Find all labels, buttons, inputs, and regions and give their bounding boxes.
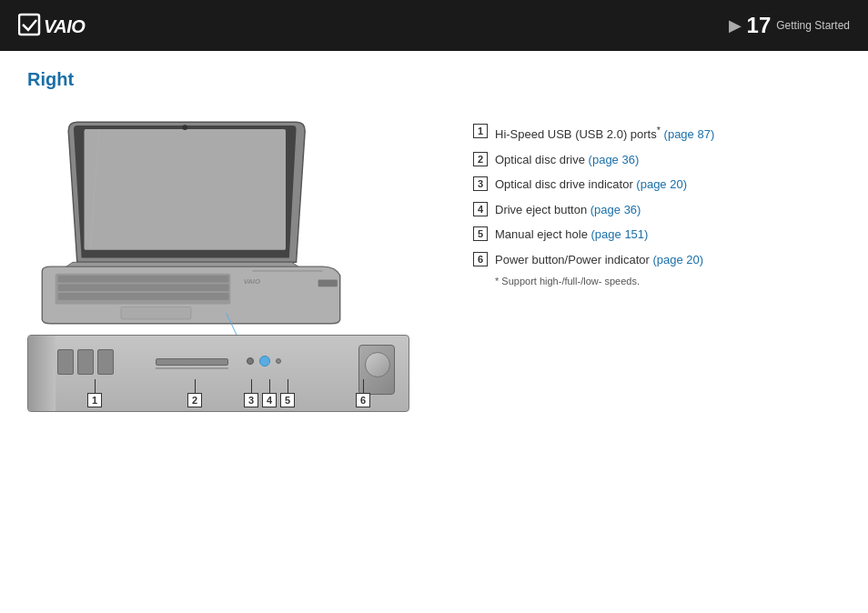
header: VAIO ▶ 17 Getting Started [0, 0, 868, 51]
item-link-1[interactable]: (page 87) [664, 127, 715, 141]
num-label-2: 2 [187, 393, 202, 407]
illustration-area: VAIO [27, 105, 446, 412]
svg-text:VAIO: VAIO [44, 16, 86, 36]
svg-rect-0 [19, 15, 39, 35]
header-right: ▶ 17 Getting Started [729, 13, 850, 38]
section-label: Getting Started [776, 19, 850, 32]
item-text-3: Optical disc drive indicator (page 20) [495, 176, 841, 194]
item-text-2: Optical disc drive (page 36) [495, 151, 841, 169]
description-list: 1 Hi-Speed USB (USB 2.0) ports* (page 87… [473, 105, 841, 286]
svg-rect-2 [85, 129, 286, 250]
item-text-5: Manual eject hole (page 151) [495, 226, 841, 244]
item-link-4[interactable]: (page 36) [590, 203, 641, 216]
svg-text:VAIO: VAIO [244, 277, 260, 286]
svg-rect-9 [58, 293, 229, 300]
item-link-6[interactable]: (page 20) [652, 253, 703, 266]
page-arrow: ▶ [729, 15, 742, 35]
section-title: Right [27, 69, 841, 90]
item-num-4: 4 [473, 202, 488, 216]
svg-rect-12 [318, 280, 338, 287]
list-item: 5 Manual eject hole (page 151) [473, 226, 841, 244]
item-num-2: 2 [473, 152, 488, 166]
item-text-4: Drive eject button (page 36) [495, 201, 841, 219]
list-item: 4 Drive eject button (page 36) [473, 201, 841, 219]
item-link-3[interactable]: (page 20) [636, 177, 687, 191]
item-num-1: 1 [473, 124, 488, 138]
footnote: * Support high-/full-/low- speeds. [473, 276, 841, 286]
num-label-3: 3 [244, 393, 258, 407]
svg-point-4 [182, 125, 187, 130]
item-link-5[interactable]: (page 151) [591, 227, 649, 241]
bottom-strip: 1 2 3 4 5 6 [27, 335, 409, 412]
item-link-2[interactable]: (page 36) [589, 153, 640, 166]
list-item: 6 Power button/Power indicator (page 20) [473, 251, 841, 269]
main-area: VAIO [27, 105, 841, 412]
vaio-logo-svg: VAIO [18, 9, 100, 42]
page-number: 17 [747, 13, 772, 38]
svg-rect-10 [121, 306, 191, 318]
item-num-3: 3 [473, 176, 488, 191]
page-content: Right [0, 51, 868, 430]
laptop-illustration: VAIO [27, 105, 355, 341]
num-label-1: 1 [87, 393, 102, 407]
logo: VAIO [18, 9, 100, 42]
svg-rect-7 [58, 276, 229, 283]
item-text-6: Power button/Power indicator (page 20) [495, 251, 841, 269]
list-item: 1 Hi-Speed USB (USB 2.0) ports* (page 87… [473, 123, 841, 144]
item-num-5: 5 [473, 226, 488, 241]
list-item: 3 Optical disc drive indicator (page 20) [473, 176, 841, 194]
svg-rect-8 [58, 284, 229, 291]
item-text-1: Hi-Speed USB (USB 2.0) ports* (page 87) [495, 123, 841, 144]
list-item: 2 Optical disc drive (page 36) [473, 151, 841, 169]
num-label-4: 4 [262, 393, 277, 407]
num-label-5: 5 [280, 393, 295, 407]
item-num-6: 6 [473, 252, 488, 266]
num-label-6: 6 [356, 393, 370, 407]
